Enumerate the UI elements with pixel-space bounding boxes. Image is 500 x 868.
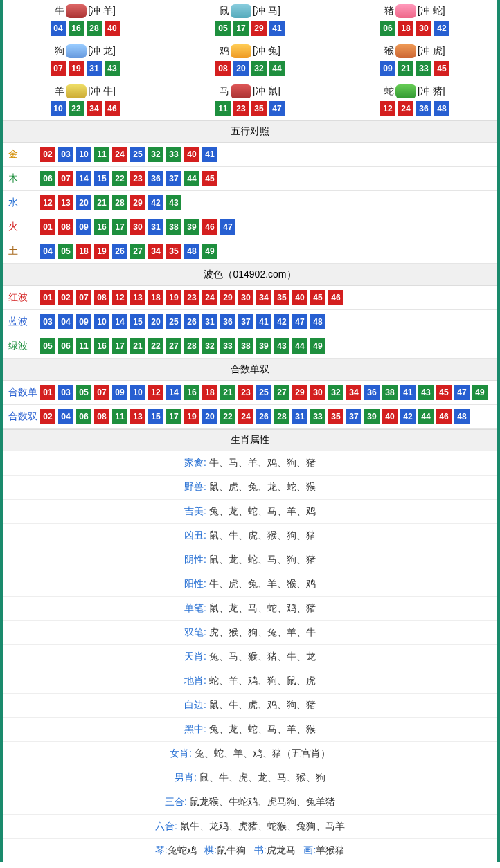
number-ball: 05 bbox=[215, 21, 231, 36]
number-ball: 03 bbox=[40, 314, 55, 329]
zodiac-name: 牛 bbox=[55, 5, 64, 17]
number-ball: 30 bbox=[238, 290, 253, 305]
number-ball: 48 bbox=[454, 409, 470, 424]
number-ball: 34 bbox=[256, 290, 271, 305]
zodiac-icon bbox=[231, 44, 251, 58]
attr-row: 女肖:兔、蛇、羊、鸡、猪（五宫肖） bbox=[3, 742, 497, 766]
number-ball: 24 bbox=[202, 290, 217, 305]
data-row: 蓝波03040910141520252631363741424748 bbox=[3, 310, 497, 334]
row-label: 合数双 bbox=[8, 410, 40, 423]
number-ball: 29 bbox=[220, 290, 235, 305]
bottom-label: 画: bbox=[303, 844, 316, 856]
data-row: 土04051819262734354849 bbox=[3, 239, 497, 264]
number-ball: 01 bbox=[40, 219, 55, 235]
number-ball: 33 bbox=[166, 147, 181, 162]
row-label: 金 bbox=[8, 148, 40, 161]
number-ball: 40 bbox=[382, 409, 398, 424]
number-ball: 20 bbox=[76, 195, 91, 210]
attr-row: 吉美:兔、龙、蛇、马、羊、鸡 bbox=[3, 500, 497, 524]
number-ball: 24 bbox=[398, 101, 413, 116]
number-ball: 27 bbox=[130, 244, 145, 259]
attr-value: 兔、蛇、羊、鸡、猪（五宫肖） bbox=[195, 748, 330, 759]
attr-row: 野兽:鼠、虎、兔、龙、蛇、猴 bbox=[3, 476, 497, 500]
number-ball: 23 bbox=[238, 385, 253, 400]
number-ball: 47 bbox=[454, 385, 470, 400]
attr-row: 六合:鼠牛、龙鸡、虎猪、蛇猴、兔狗、马羊 bbox=[3, 815, 497, 839]
number-ball: 04 bbox=[51, 21, 66, 36]
number-ball: 26 bbox=[256, 409, 271, 424]
number-ball: 31 bbox=[202, 314, 217, 329]
number-ball: 06 bbox=[380, 21, 395, 36]
zodiac-name: 鸡 bbox=[220, 45, 229, 57]
number-ball: 14 bbox=[76, 171, 91, 186]
data-row: 木06071415222336374445 bbox=[3, 167, 497, 191]
attr-value: 鼠、牛、虎、龙、马、猴、狗 bbox=[199, 772, 325, 783]
zodiac-clash: [冲 蛇] bbox=[418, 5, 445, 17]
number-ball: 12 bbox=[148, 385, 163, 400]
number-ball: 25 bbox=[130, 147, 145, 162]
number-ball: 42 bbox=[274, 314, 289, 329]
number-ball: 05 bbox=[76, 385, 91, 400]
number-ball: 22 bbox=[69, 101, 84, 116]
number-ball: 48 bbox=[184, 244, 199, 259]
number-ball: 10 bbox=[130, 385, 145, 400]
attr-label: 地肖: bbox=[184, 675, 206, 686]
number-ball: 25 bbox=[166, 314, 181, 329]
attr-label: 阳性: bbox=[184, 578, 206, 589]
number-ball: 44 bbox=[269, 61, 285, 76]
number-ball: 15 bbox=[148, 409, 163, 424]
attr-value: 牛、虎、兔、羊、猴、鸡 bbox=[209, 578, 316, 589]
zodiac-cell: 鸡[冲 兔]08203244 bbox=[168, 40, 332, 80]
heshu-rows: 合数单0103050709101214161821232527293032343… bbox=[3, 381, 497, 429]
number-ball: 41 bbox=[400, 385, 416, 400]
number-ball: 29 bbox=[251, 21, 267, 36]
zodiac-clash: [冲 牛] bbox=[88, 85, 116, 98]
number-ball: 03 bbox=[58, 385, 73, 400]
row-balls: 0108091617303138394647 bbox=[40, 219, 235, 235]
attr-value: 兔、龙、蛇、马、羊、猴 bbox=[209, 723, 316, 734]
number-ball: 45 bbox=[310, 290, 325, 305]
number-ball: 36 bbox=[220, 314, 235, 329]
number-ball: 14 bbox=[166, 385, 181, 400]
number-ball: 11 bbox=[215, 101, 231, 116]
bottom-label: 琴: bbox=[155, 844, 168, 856]
number-ball: 21 bbox=[94, 195, 109, 210]
attr-row: 凶丑:鼠、牛、虎、猴、狗、猪 bbox=[3, 524, 497, 548]
number-ball: 31 bbox=[148, 219, 163, 235]
number-ball: 17 bbox=[166, 409, 181, 424]
zodiac-cell: 狗[冲 龙]07193143 bbox=[3, 40, 168, 80]
zodiac-cell: 羊[冲 牛]10223446 bbox=[3, 80, 168, 120]
attr-label: 家禽: bbox=[184, 457, 206, 468]
number-ball: 01 bbox=[40, 385, 55, 400]
attr-value: 鼠、龙、蛇、马、狗、猪 bbox=[209, 554, 316, 565]
number-ball: 17 bbox=[112, 219, 127, 235]
row-label: 合数单 bbox=[8, 386, 40, 399]
attr-label: 黑中: bbox=[184, 723, 206, 734]
bottom-value: 羊猴猪 bbox=[316, 844, 345, 856]
zodiac-cell: 鼠[冲 马]05172941 bbox=[168, 0, 332, 40]
number-ball: 32 bbox=[202, 338, 217, 354]
number-ball: 25 bbox=[256, 385, 271, 400]
zodiac-icon bbox=[231, 4, 251, 18]
row-label: 土 bbox=[8, 245, 40, 257]
number-ball: 19 bbox=[94, 244, 109, 259]
number-ball: 23 bbox=[184, 290, 199, 305]
number-ball: 33 bbox=[220, 338, 235, 354]
number-ball: 37 bbox=[346, 409, 361, 424]
zodiac-name: 猪 bbox=[384, 5, 394, 17]
number-ball: 08 bbox=[215, 61, 231, 76]
number-ball: 47 bbox=[269, 101, 285, 116]
number-ball: 17 bbox=[233, 21, 249, 36]
attr-label: 双笔: bbox=[184, 626, 206, 638]
number-ball: 02 bbox=[40, 409, 55, 424]
attr-row: 双笔:虎、猴、狗、兔、羊、牛 bbox=[3, 621, 497, 645]
number-ball: 30 bbox=[416, 21, 431, 36]
attr-label: 单笔: bbox=[184, 602, 206, 613]
number-ball: 27 bbox=[166, 338, 181, 354]
zodiac-icon bbox=[231, 84, 251, 98]
bottom-label: 棋: bbox=[204, 844, 217, 856]
attr-label: 男肖: bbox=[175, 772, 197, 783]
zodiac-icon bbox=[66, 84, 87, 98]
number-ball: 19 bbox=[184, 409, 199, 424]
number-ball: 47 bbox=[292, 314, 307, 329]
